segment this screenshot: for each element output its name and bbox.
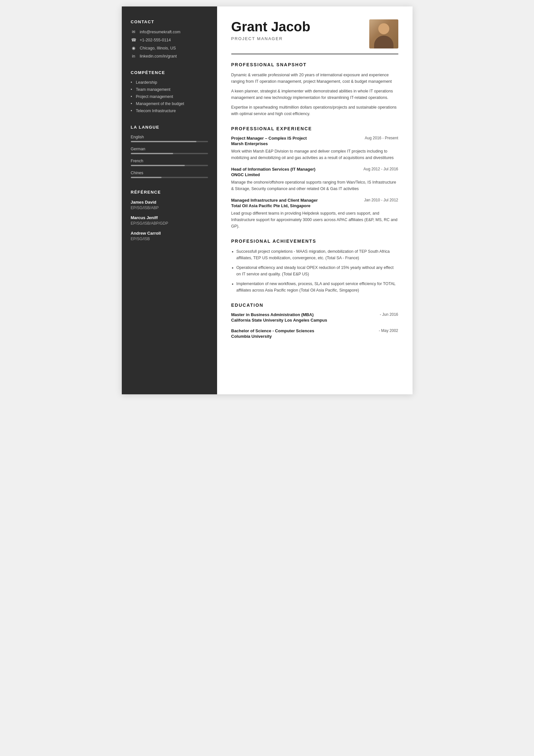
education-entry: Master in Business Administration (MBA) … [231,312,398,323]
job-title: Managed Infrastructure and Client Manage… [231,198,318,202]
edu-left: Master in Business Administration (MBA) … [231,312,327,323]
language-bar-fill [131,153,173,154]
reference-item: Andrew Carroll EP/SG/ISB [131,231,208,241]
avatar-image [369,19,398,48]
job-entry: Project Manager – Complex IS Project Aug… [231,136,398,161]
header-text: Grant Jacob PROJECT MANAGER [231,19,311,41]
contact-section: CONTACT ✉info@resumekraft.com☎+1-202-555… [131,19,208,59]
reference-item: Marcus Jeniff EP/SG/ISB/ABP/GDP [131,215,208,226]
jobs-list: Project Manager – Complex IS Project Aug… [231,136,398,230]
achievements-list: Successfull project completions - MAAS m… [231,248,398,293]
education-list: Master in Business Administration (MBA) … [231,312,398,339]
job-title: Project Manager – Complex IS Project [231,136,307,141]
competence-list: LeardershipTeam managementProject manage… [131,80,208,113]
language-item: Chines [131,171,208,178]
avatar-body [374,36,394,48]
snapshot-title: PROFESSIONAL SNAPSHOT [231,62,398,67]
language-section: LA LANGUE English German French Chines [131,125,208,178]
language-bar-bg [131,165,208,166]
competence-item: Team management [131,87,208,92]
resume-header: Grant Jacob PROJECT MANAGER [231,19,398,54]
language-name: French [131,159,208,163]
reference-detail: EP/SG/ISB/ABP [131,205,208,210]
avatar-face [378,23,389,34]
language-item: French [131,159,208,166]
job-company: ONGC Limited [231,172,398,177]
achievement-item: Successfull project completions - MAAS m… [237,248,398,261]
edu-degree: Master in Business Administration (MBA) [231,312,327,317]
contact-text: info@resumekraft.com [140,30,181,34]
reference-name: Andrew Carroll [131,231,208,236]
main-content: Grant Jacob PROJECT MANAGER PROFESSIONAL… [217,7,413,394]
edu-school: California State University Los Angeles … [231,318,327,323]
language-bar-bg [131,153,208,154]
contact-text: Chicago, Illinois, US [140,46,176,50]
job-description: Manage the onshore/offshore operational … [231,179,398,192]
edu-school: Columbia University [231,334,314,339]
sidebar: CONTACT ✉info@resumekraft.com☎+1-202-555… [122,7,217,394]
contact-icon: ☎ [131,38,137,42]
competence-item: Telecom Infrastructure [131,109,208,113]
contact-title: CONTACT [131,19,208,24]
achievements-section: PROFESIONAL ACHIEVEMENTS Successfull pro… [231,238,398,293]
job-company: Marsh Enterprises [231,141,398,146]
experience-section: PROFESSIONAL EXPERIENCE Project Manager … [231,126,398,230]
contact-icon: in [131,54,137,59]
edu-degree: Bachelor of Science - Computer Sciences [231,328,314,333]
language-name: English [131,135,208,139]
job-company: Total Oil Asia Pacific Pte Ltd, Singapor… [231,203,398,208]
reference-item: James David EP/SG/ISB/ABP [131,200,208,210]
achievement-item: Implementation of new workflows, process… [237,281,398,293]
avatar [369,19,398,48]
edu-left: Bachelor of Science - Computer Sciences … [231,328,314,339]
competence-section: COMPÉTENCE LeardershipTeam managementPro… [131,70,208,113]
contact-icon: ✉ [131,29,137,34]
job-entry: Managed Infrastructure and Client Manage… [231,198,398,230]
job-date: Jan 2010 - Jul 2012 [364,198,398,202]
snapshot-paragraph: A keen planner, strategist & implementer… [231,88,398,101]
contact-list: ✉info@resumekraft.com☎+1-202-555-0114◉Ch… [131,29,208,59]
job-header: Head of Information Services (IT Manager… [231,167,398,172]
education-section: EDUCATION Master in Business Administrat… [231,303,398,339]
education-title: EDUCATION [231,303,398,308]
language-item: German [131,147,208,154]
snapshot-paragraphs: Dynamic & versatile professional with 20… [231,72,398,117]
experience-title: PROFESSIONAL EXPERIENCE [231,126,398,131]
reference-title: RÉFÉRENCE [131,190,208,195]
resume-container: CONTACT ✉info@resumekraft.com☎+1-202-555… [122,7,413,394]
reference-detail: EP/SG/ISB [131,237,208,241]
job-date: Aug 2012 - Jul 2016 [364,167,398,171]
competence-item: Management of the budget [131,101,208,106]
contact-text: linkedin.com/in/grant [140,54,177,59]
achievements-title: PROFESIONAL ACHIEVEMENTS [231,238,398,244]
competence-title: COMPÉTENCE [131,70,208,75]
language-list: English German French Chines [131,135,208,178]
contact-text: +1-202-555-0114 [140,38,171,42]
contact-item: inlinkedin.com/in/grant [131,54,208,59]
reference-name: Marcus Jeniff [131,215,208,220]
language-item: English [131,135,208,142]
achievement-item: Operational efficiency and steady local … [237,264,398,277]
language-bar-bg [131,177,208,178]
language-bar-bg [131,141,208,142]
candidate-title: PROJECT MANAGER [231,36,311,41]
job-date: Aug 2016 - Present [365,136,398,140]
contact-item: ◉Chicago, Illinois, US [131,45,208,50]
reference-list: James David EP/SG/ISB/ABP Marcus Jeniff … [131,200,208,241]
snapshot-section: PROFESSIONAL SNAPSHOT Dynamic & versatil… [231,62,398,117]
job-description: Work within Marsh E&P Division to manage… [231,148,398,161]
contact-icon: ◉ [131,45,137,50]
education-entry: Bachelor of Science - Computer Sciences … [231,328,398,339]
reference-detail: EP/SG/ISB/ABP/GDP [131,221,208,226]
edu-date: - May 2002 [379,328,398,333]
competence-item: Project management [131,94,208,99]
contact-item: ✉info@resumekraft.com [131,29,208,34]
job-entry: Head of Information Services (IT Manager… [231,167,398,192]
candidate-name: Grant Jacob [231,19,311,34]
language-bar-fill [131,177,162,178]
language-name: Chines [131,171,208,175]
job-description: Lead group different teams in providing … [231,210,398,230]
competence-item: Leardership [131,80,208,85]
reference-name: James David [131,200,208,204]
language-bar-fill [131,165,185,166]
